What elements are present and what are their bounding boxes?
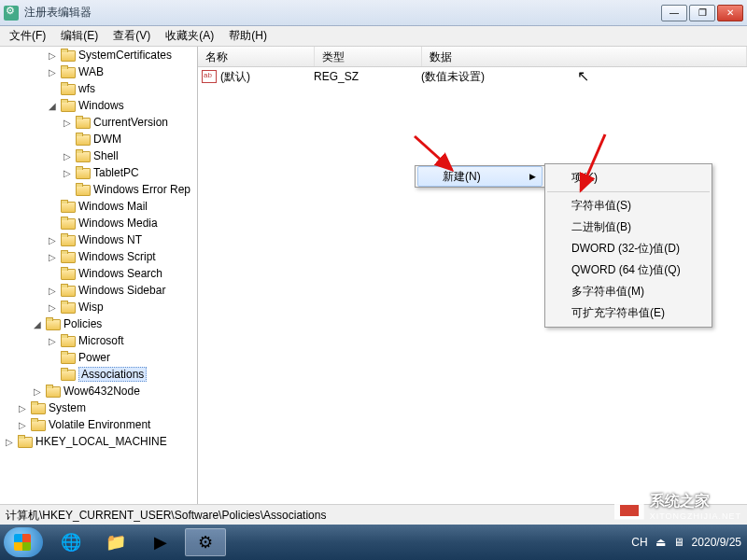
watermark: 系统之家 XITONGZHIJIA.NET [614, 492, 741, 521]
tree-node[interactable]: ▷Windows NT [0, 231, 197, 248]
folder-icon [61, 82, 76, 95]
watermark-text: 系统之家 [650, 492, 741, 511]
start-button[interactable] [4, 527, 43, 557]
folder-icon [76, 183, 91, 196]
ctx-new[interactable]: 新建(N) ▶ [417, 166, 543, 187]
tree-node[interactable]: ▷Wow6432Node [0, 383, 197, 399]
window-title: 注册表编辑器 [24, 5, 661, 21]
tree-node[interactable]: ▷SystemCertificates [0, 47, 197, 63]
watermark-subtext: XITONGZHIJIA.NET [650, 511, 741, 521]
string-value-icon [202, 70, 217, 83]
folder-icon [61, 250, 76, 263]
ime-indicator[interactable]: CH [631, 536, 647, 549]
tree-node[interactable]: DWM [0, 131, 197, 147]
folder-icon [61, 267, 76, 280]
folder-icon [61, 200, 76, 213]
ctx-new-string[interactable]: 字符串值(S) [545, 195, 712, 217]
registry-tree[interactable]: ▷SystemCertificates ▷WAB wfs ◢Windows ▷C… [0, 47, 198, 504]
ctx-new-expandstring[interactable]: 可扩充字符串值(E) [545, 302, 712, 324]
submenu-arrow-icon: ▶ [529, 172, 536, 181]
tree-node[interactable]: Windows Mail [0, 198, 197, 215]
col-type[interactable]: 类型 [315, 47, 422, 66]
tray-icon[interactable]: ⏏ [655, 536, 666, 549]
tree-node[interactable]: ▷Windows Script [0, 248, 197, 265]
col-data[interactable]: 数据 [422, 47, 747, 66]
tree-node[interactable]: ◢Windows [0, 97, 197, 114]
folder-icon [61, 217, 76, 230]
ctx-new-qword[interactable]: QWORD (64 位)值(Q) [545, 259, 712, 281]
folder-icon [18, 435, 33, 448]
folder-icon [61, 334, 76, 347]
tree-node[interactable]: Windows Search [0, 265, 197, 282]
ctx-new-multistring[interactable]: 多字符串值(M) [545, 281, 712, 302]
ctx-new-key[interactable]: 项(K) [545, 167, 712, 189]
taskbar: 🌐 📁 ▶ ⚙ CH ⏏ 🖥 2020/9/25 [0, 525, 747, 560]
tree-node-selected[interactable]: Associations [0, 366, 197, 383]
tree-node[interactable]: Windows Media [0, 215, 197, 231]
tree-node[interactable]: Power [0, 349, 197, 366]
tree-node[interactable]: ▷Microsoft [0, 332, 197, 349]
tree-node[interactable]: Windows Error Rep [0, 181, 197, 198]
value-type: REG_SZ [314, 70, 421, 83]
app-icon [4, 6, 19, 21]
system-tray[interactable]: CH ⏏ 🖥 2020/9/25 [631, 536, 741, 549]
taskbar-mediaplayer-icon[interactable]: ▶ [140, 528, 181, 556]
folder-icon [61, 233, 76, 246]
folder-icon [76, 133, 91, 146]
folder-icon [61, 99, 76, 112]
folder-icon [61, 49, 76, 62]
list-header: 名称 类型 数据 [198, 47, 747, 67]
value-row[interactable]: (默认) REG_SZ (数值未设置) [198, 67, 747, 86]
folder-icon [76, 116, 91, 129]
folder-icon [61, 65, 76, 78]
title-bar: 注册表编辑器 — ❐ ✕ [0, 0, 747, 26]
tree-node[interactable]: ▷Windows Sidebar [0, 282, 197, 299]
folder-icon [31, 401, 46, 414]
menu-separator [547, 191, 710, 192]
folder-icon [61, 284, 76, 297]
maximize-button[interactable]: ❐ [689, 5, 715, 21]
menu-help[interactable]: 帮助(H) [221, 26, 275, 46]
tree-node[interactable]: ▷WAB [0, 63, 197, 80]
context-submenu-new: 项(K) 字符串值(S) 二进制值(B) DWORD (32-位)值(D) QW… [544, 163, 712, 328]
taskbar-regedit-icon[interactable]: ⚙ [185, 528, 226, 556]
context-menu: 新建(N) ▶ [415, 165, 545, 188]
menu-edit[interactable]: 编辑(E) [53, 26, 106, 46]
tree-node[interactable]: wfs [0, 80, 197, 97]
tree-node[interactable]: ▷Wisp [0, 299, 197, 315]
value-data: (数值未设置) [421, 69, 747, 85]
watermark-logo-icon [614, 494, 644, 520]
tree-node[interactable]: ▷TabletPC [0, 164, 197, 181]
folder-icon [31, 418, 46, 431]
close-button[interactable]: ✕ [717, 5, 743, 21]
menu-view[interactable]: 查看(V) [106, 26, 158, 46]
folder-icon [76, 149, 91, 162]
minimize-button[interactable]: — [661, 5, 687, 21]
folder-icon [61, 351, 76, 364]
folder-icon [61, 368, 76, 381]
tree-node[interactable]: ▷Volatile Environment [0, 416, 197, 433]
tree-node[interactable]: ▷CurrentVersion [0, 114, 197, 131]
ctx-new-dword[interactable]: DWORD (32-位)值(D) [545, 238, 712, 259]
tree-node[interactable]: ▷System [0, 399, 197, 416]
tree-node[interactable]: ▷Shell [0, 147, 197, 164]
menu-file[interactable]: 文件(F) [2, 26, 53, 46]
tray-date[interactable]: 2020/9/25 [692, 536, 741, 549]
menu-favorites[interactable]: 收藏夹(A) [158, 26, 221, 46]
window-buttons: — ❐ ✕ [661, 5, 743, 21]
col-name[interactable]: 名称 [198, 47, 315, 66]
folder-icon [76, 166, 91, 179]
status-path: 计算机\HKEY_CURRENT_USER\Software\Policies\… [6, 509, 326, 522]
tree-node[interactable]: ▷HKEY_LOCAL_MACHINE [0, 433, 197, 450]
folder-icon [46, 317, 61, 330]
taskbar-ie-icon[interactable]: 🌐 [50, 528, 92, 556]
menu-bar: 文件(F) 编辑(E) 查看(V) 收藏夹(A) 帮助(H) [0, 26, 747, 47]
ctx-new-binary[interactable]: 二进制值(B) [545, 217, 712, 238]
folder-icon [61, 301, 76, 314]
tree-node[interactable]: ◢Policies [0, 315, 197, 332]
tray-icon[interactable]: 🖥 [673, 536, 684, 549]
value-name: (默认) [220, 69, 314, 85]
taskbar-explorer-icon[interactable]: 📁 [95, 528, 136, 556]
folder-icon [46, 385, 61, 398]
